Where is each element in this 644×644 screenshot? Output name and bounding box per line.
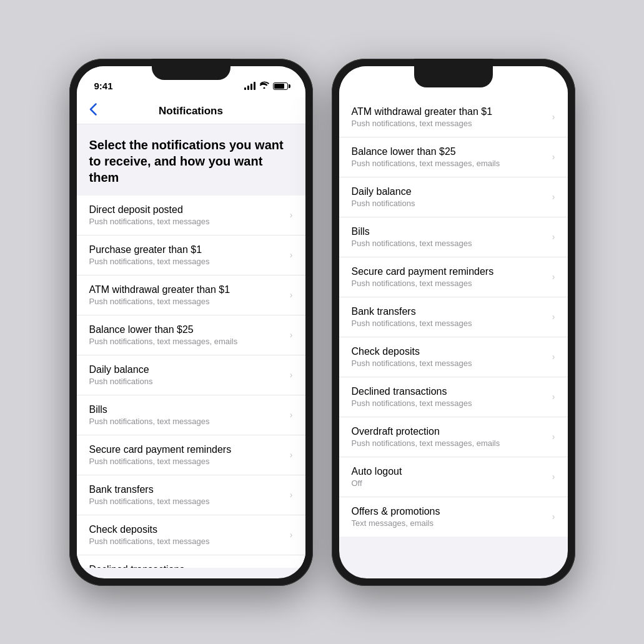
list-item[interactable]: Secure card payment reminders Push notif… [339, 257, 568, 297]
list-item-title: Purchase greater than $1 [89, 244, 284, 255]
list-item-title: ATM withdrawal greater than $1 [352, 106, 546, 117]
list-item-subtitle: Push notifications, text messages [89, 257, 284, 266]
chevron-icon: › [552, 352, 555, 362]
list-item[interactable]: Daily balance Push notifications › [339, 177, 568, 217]
chevron-icon: › [290, 565, 293, 568]
chevron-icon: › [552, 112, 555, 122]
list-item-subtitle: Text messages, emails [352, 518, 546, 528]
list-item[interactable]: ATM withdrawal greater than $1 Push noti… [339, 97, 568, 137]
list-item-text: Bank transfers Push notifications, text … [89, 484, 284, 506]
chevron-icon: › [290, 210, 293, 220]
chevron-icon: › [290, 290, 293, 300]
list-item-title: Bank transfers [352, 306, 546, 317]
list-item-text: Daily balance Push notifications [89, 364, 284, 386]
list-item-text: Direct deposit posted Push notifications… [89, 204, 284, 226]
list-item-subtitle: Push notifications [352, 199, 546, 208]
chevron-icon: › [290, 410, 293, 420]
list-item-title: Bank transfers [89, 484, 284, 495]
list-item[interactable]: Secure card payment reminders Push notif… [77, 435, 305, 475]
list-item-title: Bills [352, 226, 546, 237]
list-item-text: Declined transactions [89, 564, 284, 568]
list-item[interactable]: Bank transfers Push notifications, text … [339, 297, 568, 337]
list-item[interactable]: Bank transfers Push notifications, text … [77, 475, 305, 515]
list-item-title: Direct deposit posted [89, 204, 284, 215]
list-item-title: Secure card payment reminders [89, 444, 284, 455]
list-item[interactable]: Bills Push notifications, text messages … [339, 217, 568, 257]
list-item-text: Balance lower than $25 Push notification… [352, 146, 546, 168]
list-item[interactable]: ATM withdrawal greater than $1 Push noti… [77, 275, 305, 315]
phone-inner-left: 9:41 [77, 66, 305, 578]
list-item-title: Bills [89, 404, 284, 415]
list-item-title: Secure card payment reminders [352, 266, 546, 277]
scene: 9:41 [51, 40, 594, 605]
phone-inner-right: ATM withdrawal greater than $1 Push noti… [339, 66, 568, 578]
chevron-icon: › [552, 192, 555, 202]
list-item[interactable]: Balance lower than $25 Push notification… [77, 315, 305, 355]
list-item-text: Secure card payment reminders Push notif… [89, 444, 284, 466]
back-button[interactable] [89, 103, 97, 119]
list-item-subtitle: Push notifications, text messages, email… [89, 337, 284, 346]
list-item-subtitle: Off [352, 478, 546, 488]
list-item-subtitle: Push notifications, text messages, email… [352, 159, 546, 168]
list-item-title: Check deposits [89, 524, 284, 535]
list-item[interactable]: Auto logout Off › [339, 457, 568, 497]
list-item-subtitle: Push notifications, text messages [89, 297, 284, 306]
list-item-text: Overdraft protection Push notifications,… [352, 426, 546, 448]
list-item[interactable]: Purchase greater than $1 Push notificati… [77, 235, 305, 275]
list-item-subtitle: Push notifications, text messages [352, 239, 546, 248]
list-item-text: ATM withdrawal greater than $1 Push noti… [352, 106, 546, 128]
phone-right: ATM withdrawal greater than $1 Push noti… [332, 59, 575, 586]
signal-icon [244, 82, 255, 90]
list-item[interactable]: Check deposits Push notifications, text … [339, 337, 568, 377]
list-item-text: Check deposits Push notifications, text … [89, 524, 284, 546]
list-item-subtitle: Push notifications, text messages [352, 279, 546, 288]
chevron-icon: › [552, 472, 555, 482]
list-item[interactable]: Declined transactions Push notifications… [339, 377, 568, 417]
chevron-icon: › [552, 272, 555, 282]
nav-title: Notifications [159, 105, 223, 117]
notch-left [152, 59, 230, 80]
chevron-icon: › [290, 370, 293, 380]
chevron-icon: › [552, 312, 555, 322]
list-item[interactable]: Balance lower than $25 Push notification… [339, 137, 568, 177]
notch-right [414, 59, 493, 80]
list-item-subtitle: Push notifications, text messages [352, 399, 546, 408]
list-item[interactable]: Bills Push notifications, text messages … [77, 395, 305, 435]
list-item-title: Check deposits [352, 346, 546, 357]
list-item-title: ATM withdrawal greater than $1 [89, 284, 284, 295]
list-item-text: Balance lower than $25 Push notification… [89, 324, 284, 346]
list-item-subtitle: Push notifications, text messages [89, 537, 284, 546]
list-item-text: Bank transfers Push notifications, text … [352, 306, 546, 328]
chevron-icon: › [290, 530, 293, 540]
list-item-text: Check deposits Push notifications, text … [352, 346, 546, 368]
list-item-text: Bills Push notifications, text messages [89, 404, 284, 426]
list-item-text: ATM withdrawal greater than $1 Push noti… [89, 284, 284, 306]
list-item-subtitle: Push notifications, text messages [89, 217, 284, 226]
list-item[interactable]: Direct deposit posted Push notifications… [77, 196, 305, 235]
list-item[interactable]: Overdraft protection Push notifications,… [339, 417, 568, 457]
list-item[interactable]: Offers & promotions Text messages, email… [339, 497, 568, 537]
nav-bar-left: Notifications [77, 97, 305, 124]
list-item[interactable]: Check deposits Push notifications, text … [77, 515, 305, 555]
header-text: Select the notifications you want to rec… [89, 137, 293, 186]
list-item-text: Offers & promotions Text messages, email… [352, 506, 546, 528]
notification-list-right: ATM withdrawal greater than $1 Push noti… [339, 97, 568, 537]
list-item-text: Purchase greater than $1 Push notificati… [89, 244, 284, 266]
list-item[interactable]: Daily balance Push notifications › [77, 355, 305, 395]
list-item-title: Daily balance [352, 186, 546, 197]
screen-content-left: Select the notifications you want to rec… [77, 124, 305, 568]
header-section: Select the notifications you want to rec… [77, 124, 305, 196]
list-item-text: Bills Push notifications, text messages [352, 226, 546, 248]
list-item-title: Balance lower than $25 [352, 146, 546, 157]
list-item[interactable]: Declined transactions › [77, 555, 305, 568]
list-item-title: Declined transactions [352, 386, 546, 397]
list-item-title: Auto logout [352, 466, 546, 477]
list-item-title: Offers & promotions [352, 506, 546, 517]
list-item-subtitle: Push notifications, text messages [352, 359, 546, 368]
screen-content-right: ATM withdrawal greater than $1 Push noti… [339, 97, 568, 578]
chevron-icon: › [552, 512, 555, 522]
list-item-subtitle: Push notifications, text messages [352, 119, 546, 128]
list-item-text: Auto logout Off [352, 466, 546, 488]
list-item-title: Daily balance [89, 364, 284, 375]
list-item-text: Declined transactions Push notifications… [352, 386, 546, 408]
